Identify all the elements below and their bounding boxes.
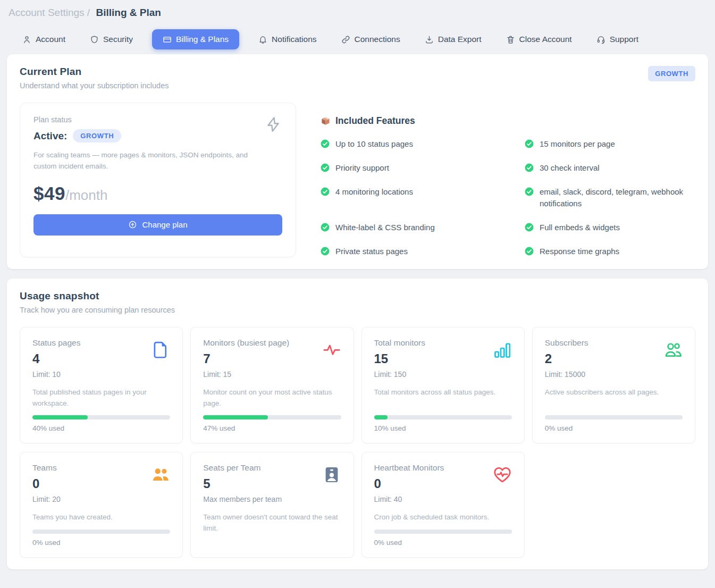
tab-close-account[interactable]: Close Account	[501, 29, 577, 49]
feature-text: 4 monitoring locations	[335, 186, 413, 198]
tile-title: Subscribers	[545, 338, 588, 348]
feature-item: Private status pages	[321, 246, 512, 257]
breadcrumb-page: Billing & Plan	[96, 7, 161, 18]
bar-chart-icon	[493, 340, 512, 359]
check-icon	[525, 139, 534, 148]
feature-text: 15 monitors per page	[540, 138, 615, 150]
usage-title: Usage snapshot	[20, 290, 175, 302]
tab-label: Billing & Plans	[176, 35, 229, 44]
tab-billing-plans[interactable]: Billing & Plans	[152, 29, 239, 49]
feature-item: Response time graphs	[525, 246, 693, 257]
tab-bar: AccountSecurityBilling & PlansNotificati…	[7, 29, 708, 49]
usage-progress: 0% used	[374, 524, 512, 547]
usage-tiles: Status pages4Limit: 10Total published st…	[20, 327, 695, 558]
feature-text: Up to 10 status pages	[335, 138, 413, 150]
check-icon	[321, 223, 330, 232]
tab-account[interactable]: Account	[17, 29, 71, 49]
usage-progress: 47% used	[203, 410, 341, 432]
tile-value: 0	[32, 476, 61, 491]
tile-description: Active subscribers across all pages.	[545, 387, 683, 398]
tab-notifications[interactable]: Notifications	[253, 29, 322, 49]
tab-connections[interactable]: Connections	[336, 29, 406, 49]
check-icon	[525, 247, 534, 256]
feature-text: email, slack, discord, telegram, webhook…	[540, 186, 693, 209]
pulse-icon	[322, 340, 341, 359]
usage-tile-teams: Teams0Limit: 20Teams you have created.0%…	[20, 452, 183, 558]
link-icon	[341, 35, 350, 44]
tile-percent-label: 0% used	[374, 539, 512, 547]
plan-status-card: Plan status Active: GROWTH For scaling t…	[20, 103, 296, 257]
feature-item: Up to 10 status pages	[321, 138, 512, 150]
change-plan-button[interactable]: Change plan	[33, 214, 282, 236]
shield-icon	[90, 35, 99, 44]
usage-tile-status-pages: Status pages4Limit: 10Total published st…	[20, 327, 183, 443]
tile-title: Seats per Team	[203, 463, 282, 473]
progress-track	[374, 415, 512, 419]
check-icon	[321, 163, 330, 172]
feature-text: Response time graphs	[540, 246, 619, 257]
feature-item: Priority support	[321, 162, 512, 174]
plan-price: $49	[33, 183, 65, 204]
feature-text: White-label & CSS branding	[335, 222, 435, 233]
feature-item: White-label & CSS branding	[321, 222, 512, 233]
usage-tile-seats-per-team: Seats per Team5Max members per teamTeam …	[190, 452, 354, 558]
download-icon	[425, 35, 434, 44]
tile-limit: Limit: 150	[374, 370, 425, 379]
tile-percent-label: 47% used	[203, 424, 341, 432]
check-icon	[321, 139, 330, 148]
usage-progress: 0% used	[32, 524, 170, 547]
arrow-up-circle-icon	[128, 220, 137, 229]
usage-snapshot-card: Usage snapshot Track how you are consumi…	[7, 279, 708, 569]
features-grid: Up to 10 status pages15 monitors per pag…	[321, 138, 693, 257]
users-outline-icon	[663, 340, 683, 359]
tab-support[interactable]: Support	[591, 29, 644, 49]
bell-icon	[258, 35, 267, 44]
tile-limit: Limit: 10	[32, 370, 80, 379]
tile-value: 2	[545, 351, 588, 366]
tile-description: Teams you have created.	[32, 512, 170, 523]
change-plan-label: Change plan	[142, 220, 187, 229]
tab-security[interactable]: Security	[85, 29, 138, 49]
feature-item: email, slack, discord, telegram, webhook…	[525, 186, 693, 209]
feature-text: 30 check interval	[540, 162, 600, 174]
tile-description: Cron job & scheduled task monitors.	[374, 512, 512, 523]
check-icon	[321, 247, 330, 256]
current-plan-card: Current Plan Understand what your subscr…	[7, 54, 708, 269]
tile-description: Team owner doesn't count toward the seat…	[203, 512, 341, 534]
headset-icon	[596, 35, 605, 44]
tab-label: Close Account	[519, 35, 572, 44]
feature-text: Private status pages	[335, 246, 408, 257]
usage-subtitle: Track how you are consuming plan resourc…	[20, 306, 175, 314]
tab-label: Security	[103, 35, 133, 44]
plan-status-label: Plan status	[33, 115, 282, 124]
tab-data-export[interactable]: Data Export	[419, 29, 487, 49]
feature-text: Full embeds & widgets	[540, 222, 620, 233]
plan-tier-badge: GROWTH	[648, 66, 695, 81]
tab-label: Connections	[355, 35, 400, 44]
tile-percent-label: 0% used	[32, 539, 170, 547]
plan-price-period: /month	[65, 187, 108, 204]
package-icon	[321, 116, 331, 126]
user-icon	[22, 35, 31, 44]
tile-title: Total monitors	[374, 338, 425, 348]
plan-badge: GROWTH	[73, 129, 121, 142]
tile-description: Total published status pages in your wor…	[32, 387, 170, 409]
feature-item: Full embeds & widgets	[525, 222, 693, 233]
tile-limit: Limit: 40	[374, 495, 444, 503]
check-icon	[525, 187, 534, 196]
usage-progress: 0% used	[545, 410, 683, 432]
breadcrumb-section[interactable]: Account Settings /	[9, 7, 90, 18]
usage-tile-subscribers: Subscribers2Limit: 15000Active subscribe…	[532, 327, 695, 443]
progress-fill	[32, 415, 88, 419]
tile-title: Teams	[32, 463, 61, 473]
tile-limit: Limit: 15	[203, 370, 289, 379]
id-badge-icon	[322, 465, 341, 484]
breadcrumb: Account Settings / Billing & Plan	[7, 0, 708, 29]
plan-description: For scaling teams — more pages & monitor…	[33, 150, 257, 172]
lightning-bolt-icon	[265, 115, 282, 134]
users-filled-icon	[151, 465, 170, 484]
check-icon	[525, 223, 534, 232]
tab-label: Data Export	[438, 35, 482, 44]
tab-label: Support	[610, 35, 638, 44]
tile-percent-label: 10% used	[374, 424, 512, 432]
